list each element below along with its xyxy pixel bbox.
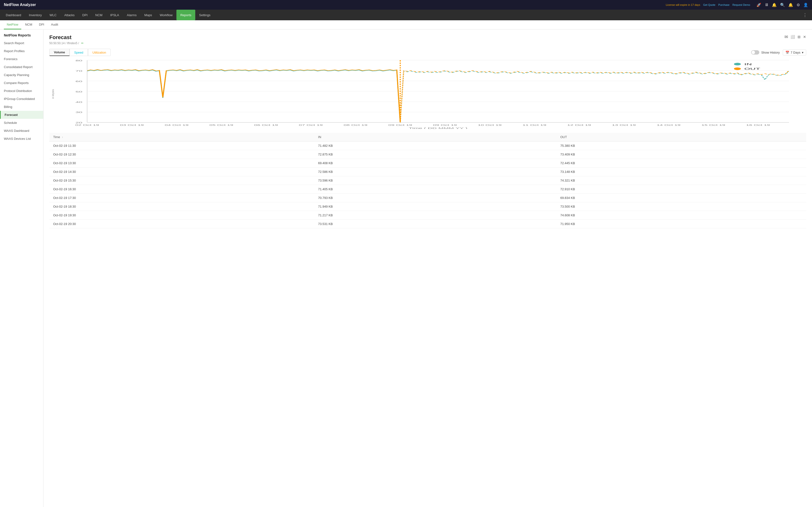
svg-text:09 Oct 19: 09 Oct 19 <box>433 124 457 126</box>
show-history-label: Show History <box>761 51 780 54</box>
pdf-action-icon[interactable]: ⬜ <box>791 35 795 39</box>
sidebar-item-capacity-planning[interactable]: Capacity Planning <box>0 71 43 79</box>
breadcrumb-edit-icon[interactable]: ✏ <box>81 42 84 45</box>
sidebar-item-forensics[interactable]: Forensics <box>0 55 43 63</box>
tab-speed[interactable]: Speed <box>69 49 88 56</box>
sidebar-item-protocol-distribution[interactable]: Protocol Distribution <box>0 87 43 95</box>
nav-item-reports[interactable]: Reports <box>176 10 195 20</box>
license-notice: License will expire in 17 days <box>666 3 700 6</box>
svg-text:40: 40 <box>75 101 83 103</box>
nav-item-maps[interactable]: Maps <box>140 10 156 20</box>
sidebar-title: NetFlow Reports <box>0 30 43 39</box>
col-header-out: OUT <box>556 133 806 142</box>
purchase-link[interactable]: Purchase <box>718 3 729 6</box>
settings-gear-icon[interactable]: ⚙ <box>797 3 800 7</box>
table-row: Oct-02-19 17:30 70.793 KB 69.834 KB <box>49 193 806 202</box>
get-quote-link[interactable]: Get Quote <box>703 3 715 6</box>
nav-item-ncm[interactable]: NCM <box>91 10 106 20</box>
col-header-in: IN <box>314 133 556 142</box>
email-action-icon[interactable]: ✉ <box>784 34 788 40</box>
cell-out: 72.910 KB <box>556 185 806 193</box>
sidebar-item-waas-devices-list[interactable]: WAAS Devices List <box>0 135 43 143</box>
bell-outline-icon[interactable]: 🔔 <box>772 3 777 7</box>
cell-in: 71.949 KB <box>314 202 556 211</box>
sub-nav-dpi[interactable]: DPI <box>36 20 47 30</box>
cell-in: 72.875 KB <box>314 150 556 159</box>
chart-controls: Volume Speed Utilization Show History 📅 … <box>49 49 806 56</box>
nav-item-wlc[interactable]: WLC <box>46 10 60 20</box>
svg-text:08 Oct 19: 08 Oct 19 <box>344 124 367 126</box>
cell-in: 72.586 KB <box>314 168 556 176</box>
nav-item-dashboard[interactable]: Dashboard <box>2 10 25 20</box>
sidebar-item-waas-dashboard[interactable]: WAAS Dashboard <box>0 127 43 135</box>
cell-time: Oct-02-19 11:30 <box>49 142 314 150</box>
alert-bell-icon[interactable]: 🔔 <box>788 3 793 7</box>
nav-item-workflow[interactable]: Workflow <box>156 10 176 20</box>
app-title-netflow: NetFlow <box>4 3 19 7</box>
svg-text:60: 60 <box>75 80 83 82</box>
nav-item-attacks[interactable]: Attacks <box>60 10 79 20</box>
rocket-icon[interactable]: 🚀 <box>756 3 761 7</box>
days-select[interactable]: 📅 7 Days ▾ <box>783 50 806 56</box>
sub-nav-netflow[interactable]: NetFlow <box>4 20 21 30</box>
calendar-icon: 📅 <box>785 51 789 54</box>
nav-more-button[interactable]: ⋮ <box>800 12 810 18</box>
cell-out: 73.409 KB <box>556 150 806 159</box>
cell-in: 71.405 KB <box>314 185 556 193</box>
sidebar-item-forecast[interactable]: Forecast <box>0 111 43 119</box>
search-icon[interactable]: 🔍 <box>780 3 785 7</box>
table-row: Oct-02-19 12:30 72.875 KB 73.409 KB <box>49 150 806 159</box>
svg-text:50: 50 <box>75 90 83 93</box>
svg-text:05 Oct 19: 05 Oct 19 <box>209 124 233 126</box>
svg-text:15 Oct 19: 15 Oct 19 <box>701 124 725 126</box>
nav-item-settings[interactable]: Settings <box>195 10 214 20</box>
table-row: Oct-02-19 19:30 71.217 KB 74.608 KB <box>49 211 806 220</box>
right-controls: Show History 📅 7 Days ▾ <box>751 50 806 56</box>
show-history-toggle[interactable] <box>751 50 759 55</box>
sidebar-item-ipgroup-consolidated[interactable]: IPGroup Consolidated <box>0 95 43 103</box>
sidebar-item-report-profiles[interactable]: Report Profiles <box>0 47 43 55</box>
cell-out: 75.380 KB <box>556 142 806 150</box>
table-row: Oct-02-19 14:30 72.586 KB 73.148 KB <box>49 168 806 176</box>
top-bar-icons: 🚀 🖥 🔔 🔍 🔔 ⚙ 👤 <box>756 3 808 7</box>
nav-item-ipsla[interactable]: IPSLA <box>106 10 123 20</box>
tab-volume[interactable]: Volume <box>49 49 69 56</box>
cell-time: Oct-02-19 12:30 <box>49 150 314 159</box>
sub-nav-ncm[interactable]: NCM <box>22 20 35 30</box>
cell-time: Oct-02-19 19:30 <box>49 211 314 220</box>
close-action-icon[interactable]: ✕ <box>803 35 806 39</box>
breadcrumb-if: IfIndex5 <box>67 42 77 45</box>
sort-arrow-time: ↑ <box>62 136 63 138</box>
sidebar-item-consolidated-report[interactable]: Consolidated Report <box>0 63 43 71</box>
top-bar: NetFlow Analyzer License will expire in … <box>0 0 812 10</box>
nav-item-alarms[interactable]: Alarms <box>123 10 140 20</box>
toggle-knob <box>752 51 755 54</box>
table-row: Oct-02-19 16:30 71.405 KB 72.910 KB <box>49 185 806 193</box>
svg-text:04 Oct 19: 04 Oct 19 <box>164 124 189 126</box>
nav-item-dpi[interactable]: DPI <box>79 10 92 20</box>
sidebar-item-schedule[interactable]: Schedule <box>0 119 43 127</box>
sub-nav-audit[interactable]: Audit <box>48 20 61 30</box>
nav-item-inventory[interactable]: Inventory <box>25 10 46 20</box>
sidebar-item-billing[interactable]: Billing <box>0 103 43 111</box>
col-header-time[interactable]: Time ↑ <box>49 133 314 142</box>
app-title-analyzer: Analyzer <box>19 3 36 7</box>
sidebar: NetFlow Reports Search Report Report Pro… <box>0 30 44 507</box>
tab-utilization[interactable]: Utilization <box>88 49 111 56</box>
user-avatar-icon[interactable]: 👤 <box>803 3 808 7</box>
days-label: 7 Days <box>791 51 800 54</box>
forecast-chart: 20 30 40 50 60 70 80 02 Oct 19 03 Oct 19 <box>49 59 806 129</box>
svg-text:11 Oct 19: 11 Oct 19 <box>522 124 546 126</box>
svg-text:Time ( DD MMM YY ): Time ( DD MMM YY ) <box>409 127 467 129</box>
cell-in: 70.793 KB <box>314 193 556 202</box>
svg-text:16 Oct 19: 16 Oct 19 <box>746 124 770 126</box>
svg-text:30: 30 <box>75 111 83 113</box>
page-layout: NetFlow Reports Search Report Report Pro… <box>0 30 812 507</box>
request-demo-link[interactable]: Request Demo <box>732 3 750 6</box>
export-action-icon[interactable]: ⊞ <box>798 35 801 39</box>
monitor-icon[interactable]: 🖥 <box>765 3 768 7</box>
cell-time: Oct-02-19 14:30 <box>49 168 314 176</box>
sidebar-item-search-report[interactable]: Search Report <box>0 39 43 47</box>
cell-out: 73.500 KB <box>556 202 806 211</box>
sidebar-item-compare-reports[interactable]: Compare Reports <box>0 79 43 87</box>
